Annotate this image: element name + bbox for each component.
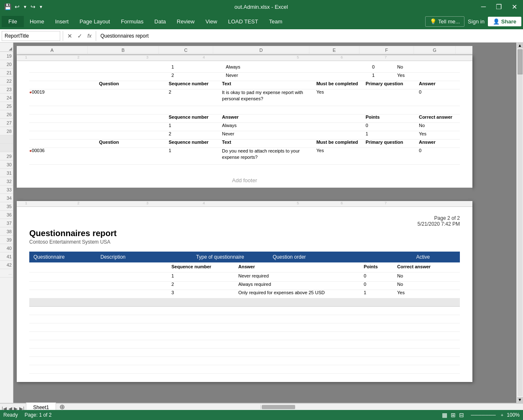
cell-27-c[interactable]: Sequence number <box>169 140 222 148</box>
cell-31-b[interactable] <box>88 273 171 281</box>
zoom-plus[interactable]: + <box>501 412 503 417</box>
page-break-preview-icon[interactable]: ⊟ <box>459 412 464 418</box>
cell-32-b[interactable] <box>88 282 171 290</box>
menu-insert[interactable]: Insert <box>50 16 74 27</box>
cell-26-e[interactable] <box>316 131 366 139</box>
cell-20-f1[interactable]: 1 <box>372 73 397 81</box>
cell-31-correct[interactable]: No <box>397 273 447 281</box>
cell-32-c[interactable]: 2 <box>171 282 238 290</box>
col-header-e[interactable]: E <box>309 46 360 55</box>
cell-25-a[interactable] <box>29 123 99 131</box>
cell-21-g[interactable]: Answer <box>419 81 460 89</box>
cell-24-b[interactable] <box>99 115 169 122</box>
save-icon[interactable]: 💾 <box>3 3 12 11</box>
cell-19-a[interactable] <box>29 64 100 72</box>
cell-33-d[interactable]: Only required for expenses above 25 USD <box>238 290 364 298</box>
cell-31-a[interactable] <box>29 273 88 281</box>
col-header-d[interactable]: D <box>213 46 309 55</box>
cell-24-c[interactable]: Sequence number <box>169 115 222 122</box>
cell-31-c[interactable]: 1 <box>171 273 238 281</box>
cell-26-f[interactable]: 1 <box>365 131 419 139</box>
cell-34-span[interactable] <box>29 298 460 306</box>
cell-31-pts[interactable]: 0 <box>364 273 397 281</box>
restore-button[interactable]: ❐ <box>493 3 504 11</box>
cell-21-d[interactable]: Text <box>222 81 316 89</box>
normal-view-icon[interactable]: ▦ <box>442 412 447 418</box>
cancel-formula-button[interactable]: ✕ <box>66 33 74 39</box>
cell-24-g[interactable]: Correct answer <box>419 115 460 122</box>
cell-32-d[interactable]: Always required <box>238 282 322 290</box>
cell-33-pts[interactable]: 1 <box>364 290 397 298</box>
cell-21-a[interactable] <box>29 81 99 89</box>
cell-29-b[interactable] <box>88 264 171 272</box>
hscroll-track[interactable] <box>260 405 523 409</box>
cell-27-a[interactable] <box>29 140 99 148</box>
scroll-thumb[interactable] <box>518 49 523 74</box>
function-icon[interactable]: fx <box>86 33 93 39</box>
scroll-up-button[interactable]: ▲ <box>517 43 523 48</box>
col-header-c[interactable]: C <box>159 46 213 55</box>
tell-me-input[interactable]: 💡 Tell me... <box>425 16 464 27</box>
cell-22-g[interactable]: 0 <box>419 89 460 106</box>
cell-28-b[interactable] <box>99 148 169 164</box>
cell-32-e[interactable] <box>322 282 364 290</box>
sign-in-button[interactable]: Sign in <box>468 18 485 25</box>
name-box[interactable] <box>2 31 60 41</box>
cell-19-e[interactable] <box>322 64 372 72</box>
close-button[interactable]: ✕ <box>509 3 520 11</box>
cell-25-d[interactable]: Always <box>222 123 316 131</box>
menu-review[interactable]: Review <box>172 16 200 27</box>
cell-28-g[interactable]: 0 <box>419 148 460 164</box>
cell-32-correct[interactable]: No <box>397 282 447 290</box>
menu-formulas[interactable]: Formulas <box>116 16 148 27</box>
cell-32-pts[interactable]: 0 <box>364 282 397 290</box>
cell-23-a[interactable] <box>29 106 100 114</box>
cell-26-b[interactable] <box>99 131 169 139</box>
cell-20-b[interactable] <box>100 73 171 81</box>
cell-22-a[interactable]: ●00019 <box>29 89 99 106</box>
cell-28-f[interactable] <box>365 148 419 164</box>
cell-19-f1[interactable]: 0 <box>372 64 397 72</box>
cell-29-c[interactable]: Sequence number <box>171 264 238 272</box>
cell-32-a[interactable] <box>29 282 88 290</box>
cell-24-e[interactable] <box>316 115 366 122</box>
cell-27-g[interactable]: Answer <box>419 140 460 148</box>
cell-21-c[interactable]: Sequence number <box>169 81 222 89</box>
menu-file[interactable]: File <box>2 16 24 27</box>
menu-team[interactable]: Team <box>264 16 287 27</box>
horizontal-scrollbar[interactable]: |◀ ◀ ▶ ▶| Sheet1 ⊕ <box>0 403 523 410</box>
cell-33-b[interactable] <box>88 290 171 298</box>
cell-25-e[interactable] <box>316 123 366 131</box>
cell-28-c[interactable]: 1 <box>169 148 222 164</box>
cell-22-b[interactable] <box>99 89 169 106</box>
cell-19-f2[interactable]: No <box>397 64 426 72</box>
cell-22-f[interactable] <box>365 89 419 106</box>
scroll-track[interactable] <box>518 49 523 396</box>
cell-20-d[interactable]: Never <box>226 73 322 81</box>
cell-31-d[interactable]: Never required <box>238 273 322 281</box>
cell-25-c[interactable]: 1 <box>169 123 222 131</box>
cell-25-f[interactable]: 0 <box>365 123 419 131</box>
cell-27-d[interactable]: Text <box>222 140 316 148</box>
minimize-button[interactable]: ─ <box>479 3 488 11</box>
tell-me-label[interactable]: Tell me... <box>438 18 460 25</box>
cell-33-c[interactable]: 3 <box>171 290 238 298</box>
cell-25-g[interactable]: No <box>419 123 460 131</box>
page-layout-icon[interactable]: ⊞ <box>451 412 456 418</box>
cell-27-f[interactable]: Primary question <box>365 140 419 148</box>
col-header-f[interactable]: F <box>360 46 414 55</box>
cell-26-g[interactable]: Yes <box>419 131 460 139</box>
menu-page-layout[interactable]: Page Layout <box>74 16 115 27</box>
col-header-b[interactable]: B <box>88 46 159 55</box>
cell-22-d[interactable]: It is okay to pad my expense report with… <box>222 89 316 106</box>
undo-icon[interactable]: ↩ <box>14 3 20 11</box>
cell-21-b[interactable]: Question <box>99 81 169 89</box>
menu-view[interactable]: View <box>200 16 222 27</box>
cell-28-e[interactable]: Yes <box>316 148 366 164</box>
scroll-down-button[interactable]: ▼ <box>517 397 523 403</box>
cell-29-d[interactable]: Answer <box>238 264 322 272</box>
cell-33-correct[interactable]: Yes <box>397 290 447 298</box>
share-button[interactable]: 👤 Share <box>488 17 521 26</box>
formula-input[interactable] <box>99 33 521 39</box>
cell-20-c[interactable]: 2 <box>171 73 226 81</box>
